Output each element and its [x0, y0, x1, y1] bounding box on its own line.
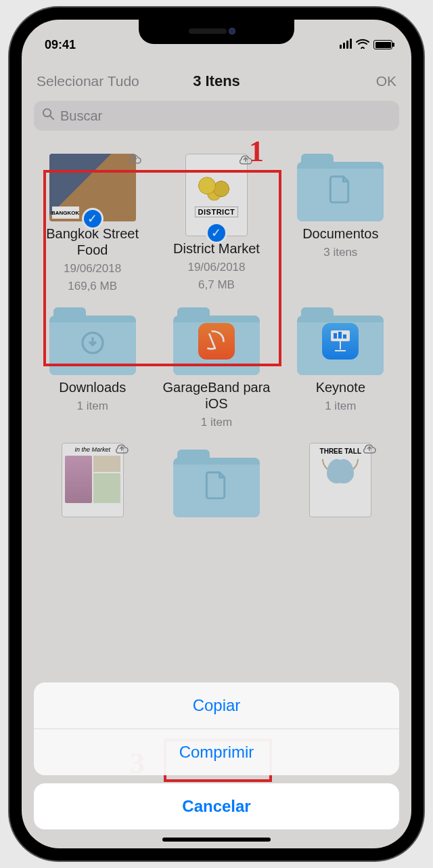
- wifi-icon: [356, 39, 369, 51]
- phone-frame: 09:41 Selecionar Tudo 3 Itens OK: [9, 7, 424, 861]
- signal-icon: [338, 38, 352, 52]
- status-time: 09:41: [45, 38, 76, 52]
- sheet-cancel-button[interactable]: Cancelar: [34, 783, 399, 829]
- sheet-compress-button[interactable]: Comprimir: [34, 729, 399, 775]
- sheet-copy-button[interactable]: Copiar: [34, 682, 399, 729]
- action-sheet: Copiar Comprimir Cancelar: [34, 682, 399, 829]
- screen: 09:41 Selecionar Tudo 3 Itens OK: [22, 20, 411, 848]
- home-indicator[interactable]: [162, 838, 271, 842]
- battery-icon: [373, 40, 392, 49]
- notch: [139, 20, 294, 44]
